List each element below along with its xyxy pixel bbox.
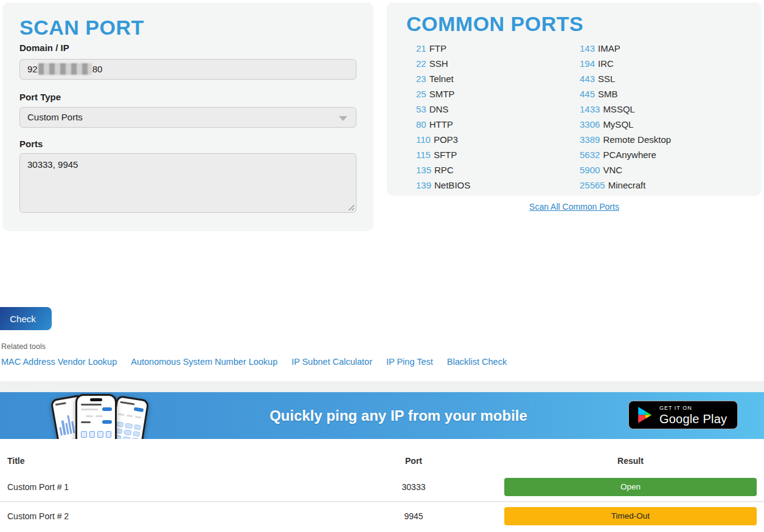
chevron-down-icon [339, 116, 347, 121]
scan-all-common-ports-link[interactable]: Scan All Common Ports [529, 202, 619, 212]
related-tool-link[interactable]: IP Ping Test [386, 357, 433, 367]
port-name: SMTP [429, 89, 455, 99]
port-type-select[interactable]: Custom Ports [19, 107, 356, 128]
banner-title: Quickly ping any IP from your mobile [213, 392, 584, 439]
result-cell: Timed-Out [504, 507, 757, 525]
common-port-item: 5632PCAnywhere [580, 147, 671, 162]
port-type-label: Port Type [19, 92, 61, 102]
common-ports-col-right: 143IMAP194IRC443SSL445SMB1433MSSQL3306My… [580, 41, 671, 193]
port-name: Telnet [429, 74, 454, 84]
port-number: 110 [416, 134, 431, 145]
common-port-item: 80HTTP [416, 117, 470, 132]
common-port-item: 115SFTP [416, 147, 470, 162]
port-name: MySQL [603, 119, 633, 130]
common-ports-title: COMMON PORTS [406, 12, 583, 36]
phone-notch [90, 398, 102, 401]
port-number: 21 [416, 43, 426, 54]
results-body: Custom Port # 130333OpenCustom Port # 29… [0, 473, 764, 530]
result-title: Custom Port # 2 [7, 511, 69, 521]
domain-ip-prefix: 92 [27, 64, 38, 74]
header-port: Port [353, 456, 474, 466]
mobile-app-promo-banner: Quickly ping any IP from your mobile GET… [0, 392, 764, 439]
port-name: Minecraft [608, 180, 646, 190]
port-number: 115 [416, 150, 431, 160]
result-row: Custom Port # 29945Timed-Out [0, 502, 764, 530]
check-button[interactable]: Check [0, 307, 52, 330]
port-type-selected-value: Custom Ports [27, 112, 83, 122]
port-number: 80 [416, 119, 426, 130]
google-play-icon [636, 405, 654, 425]
port-number: 25 [416, 89, 426, 99]
common-ports-col-left: 21FTP22SSH23Telnet25SMTP53DNS80HTTP110PO… [416, 41, 470, 193]
port-number: 5900 [580, 165, 600, 175]
result-cell: Open [504, 478, 757, 496]
common-port-item: 3389Remote Desktop [580, 132, 671, 147]
google-play-label: Google Play [659, 413, 727, 425]
port-name: MSSQL [603, 104, 635, 114]
resize-handle-icon[interactable] [347, 203, 354, 210]
related-tool-link[interactable]: MAC Address Vendor Lookup [1, 357, 117, 367]
port-name: Remote Desktop [603, 134, 671, 145]
status-badge: Timed-Out [504, 507, 757, 525]
section-divider-strip [0, 381, 764, 392]
port-number: 443 [580, 74, 595, 84]
domain-ip-label: Domain / IP [19, 43, 69, 53]
mini-result-pills [114, 421, 141, 439]
port-name: SFTP [434, 150, 457, 160]
port-name: POP3 [434, 134, 458, 145]
port-name: SMB [598, 89, 618, 99]
common-port-item: 143IMAP [580, 41, 671, 56]
common-port-item: 3306MySQL [580, 117, 671, 132]
port-scanner-page: SCAN PORT Domain / IP 9280 Port Type Cus… [0, 0, 764, 532]
port-number: 139 [416, 180, 431, 190]
common-port-item: 194IRC [580, 56, 671, 71]
port-name: NetBIOS [434, 180, 470, 190]
port-name: RPC [434, 165, 454, 175]
port-name: SSL [598, 74, 615, 84]
common-port-item: 445SMB [580, 86, 671, 102]
port-number: 25565 [580, 180, 605, 190]
related-tools-label: Related tools [1, 342, 46, 351]
ports-textarea[interactable]: 30333, 9945 [19, 153, 356, 213]
port-name: DNS [429, 104, 449, 114]
scan-port-panel: SCAN PORT Domain / IP 9280 Port Type Cus… [2, 2, 373, 231]
mini-tool-icons [81, 431, 111, 438]
common-port-item: 22SSH [416, 56, 470, 71]
phone-mockup-center [75, 394, 117, 439]
header-title: Title [7, 456, 25, 466]
port-number: 143 [580, 43, 595, 54]
common-ports-panel: COMMON PORTS 21FTP22SSH23Telnet25SMTP53D… [387, 2, 762, 196]
common-port-item: 139NetBIOS [416, 178, 470, 193]
common-port-item: 53DNS [416, 102, 470, 117]
related-tool-link[interactable]: Autonomous System Number Lookup [131, 357, 277, 367]
port-name: PCAnywhere [603, 150, 656, 160]
port-number: 3306 [580, 119, 600, 130]
port-number: 53 [416, 104, 426, 114]
port-name: SSH [429, 58, 448, 69]
port-number: 23 [416, 74, 426, 84]
result-port: 9945 [353, 511, 474, 521]
related-tool-link[interactable]: Blacklist Check [447, 357, 507, 367]
scan-port-title: SCAN PORT [19, 16, 144, 40]
common-port-item: 25565Minecraft [580, 178, 671, 193]
port-number: 445 [580, 89, 595, 99]
common-port-item: 5900VNC [580, 162, 671, 178]
common-port-item: 1433MSSQL [580, 102, 671, 117]
domain-ip-input[interactable]: 9280 [19, 59, 356, 80]
port-name: IRC [598, 58, 614, 69]
port-name: HTTP [429, 119, 453, 130]
port-number: 3389 [580, 134, 600, 145]
port-number: 1433 [580, 104, 600, 114]
header-result: Result [504, 456, 757, 466]
port-name: FTP [429, 43, 446, 54]
common-port-item: 25SMTP [416, 86, 470, 102]
port-number: 22 [416, 58, 426, 69]
port-number: 5632 [580, 150, 600, 160]
result-row: Custom Port # 130333Open [0, 473, 764, 501]
google-play-text: GET IT ON Google Play [659, 406, 727, 425]
common-port-item: 443SSL [580, 71, 671, 86]
scan-all-wrapper: Scan All Common Ports [387, 201, 762, 212]
google-play-badge[interactable]: GET IT ON Google Play [628, 401, 738, 429]
related-tool-link[interactable]: IP Subnet Calculator [291, 357, 372, 367]
get-it-on-label: GET IT ON [659, 406, 727, 411]
